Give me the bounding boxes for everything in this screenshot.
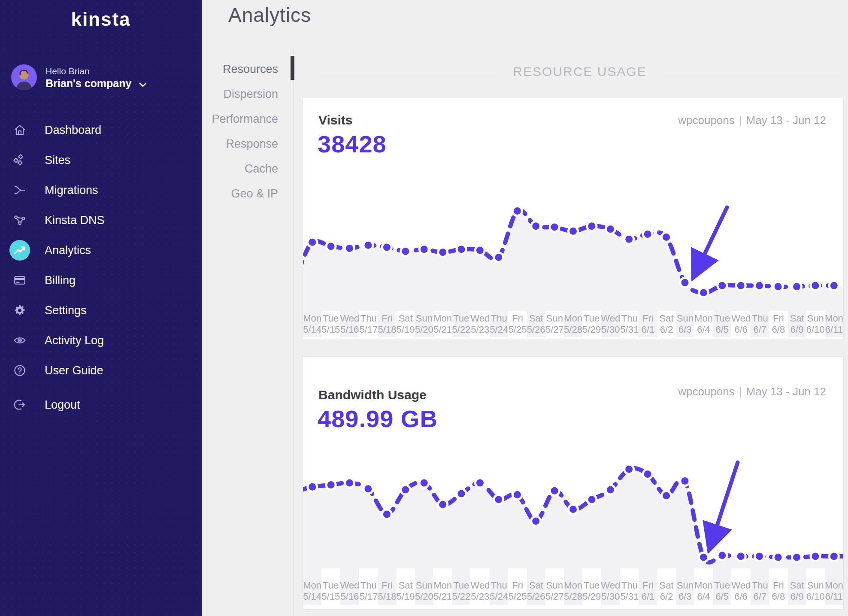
x-tick-5-18: Fri5/18 <box>378 311 396 337</box>
x-tick-6-6: Wed6/6 <box>731 311 751 337</box>
x-tick-date: 5/19 <box>397 324 415 335</box>
sidebar-item-user-guide[interactable]: User Guide <box>0 355 202 385</box>
x-tick-date: 5/20 <box>415 591 433 602</box>
x-tick-date: 6/8 <box>769 324 787 335</box>
settings-icon <box>9 300 30 321</box>
subnav-item-resources[interactable]: Resources <box>202 58 278 83</box>
x-tick-day: Mon <box>303 580 321 591</box>
x-tick-day: Fri <box>378 313 396 324</box>
section-rule-left <box>318 72 500 72</box>
x-tick-date: 5/15 <box>321 591 340 602</box>
x-tick-day: Tue <box>582 313 601 324</box>
x-tick-5-20: Sun5/20 <box>415 568 433 605</box>
sidebar-item-billing[interactable]: Billing <box>0 265 202 295</box>
x-tick-6-9: Sat6/9 <box>788 311 806 337</box>
x-tick-date: 6/10 <box>806 324 825 335</box>
x-tick-day: Sat <box>527 313 545 324</box>
x-tick-day: Sat <box>788 580 806 591</box>
sidebar-item-label: Activity Log <box>45 334 104 347</box>
x-tick-6-10: Sun6/10 <box>806 311 825 337</box>
user-greeting: Hello Brian <box>45 66 90 76</box>
x-tick-5-26: Sat5/26 <box>527 311 545 337</box>
visits-total-value: 38428 <box>318 130 387 158</box>
x-tick-5-16: Wed5/16 <box>340 311 359 337</box>
x-tick-day: Thu <box>620 313 639 324</box>
analytics-icon <box>9 240 30 261</box>
x-tick-date: 6/6 <box>731 591 751 602</box>
company-selector[interactable]: Brian's company <box>45 77 131 90</box>
x-tick-date: 6/7 <box>751 591 769 602</box>
subnav-item-geo-ip[interactable]: Geo & IP <box>202 183 278 208</box>
x-tick-5-30: Wed5/30 <box>601 568 620 605</box>
x-tick-5-31: Thu5/31 <box>620 568 639 605</box>
sidebar-item-kinsta-dns[interactable]: Kinsta DNS <box>0 205 202 235</box>
subnav-item-dispersion[interactable]: Dispersion <box>202 83 278 108</box>
x-tick-day: Thu <box>490 580 508 591</box>
x-tick-date: 6/4 <box>694 591 713 602</box>
sidebar-item-migrations[interactable]: Migrations <box>0 175 202 205</box>
sidebar-item-settings[interactable]: Settings <box>0 295 202 325</box>
x-tick-day: Sun <box>545 580 564 591</box>
x-tick-date: 6/3 <box>676 591 694 602</box>
x-tick-day: Thu <box>490 313 508 324</box>
sidebar-item-activity-log[interactable]: Activity Log <box>0 325 202 355</box>
x-tick-6-7: Thu6/7 <box>751 568 769 605</box>
bandwidth-card-meta: wpcoupons|May 13 - Jun 12 <box>678 385 826 398</box>
chevron-down-icon[interactable] <box>137 79 148 90</box>
section-rule-right <box>660 72 841 72</box>
visits-card-title: Visits <box>318 113 353 127</box>
x-tick-day: Wed <box>470 580 490 591</box>
x-tick-date: 5/16 <box>340 324 359 335</box>
visits-x-axis: Mon5/14Tue5/15Wed5/16Thu5/17Fri5/18Sat5/… <box>303 311 843 337</box>
subnav-item-cache[interactable]: Cache <box>202 158 278 183</box>
sidebar-item-label: Logout <box>45 398 80 412</box>
subnav-item-response[interactable]: Response <box>202 133 278 158</box>
x-tick-day: Tue <box>713 313 731 324</box>
x-tick-day: Wed <box>340 313 359 324</box>
x-tick-day: Fri <box>639 580 657 591</box>
x-tick-date: 6/10 <box>806 591 825 602</box>
visits-card-meta: wpcoupons|May 13 - Jun 12 <box>678 114 826 127</box>
x-tick-day: Sun <box>545 313 564 324</box>
x-tick-6-4: Mon6/4 <box>694 568 713 605</box>
x-tick-date: 5/24 <box>490 324 508 335</box>
x-tick-date: 5/28 <box>564 324 582 335</box>
x-tick-day: Wed <box>731 313 751 324</box>
subnav-item-performance[interactable]: Performance <box>202 108 278 133</box>
x-tick-date: 5/30 <box>601 591 620 602</box>
x-tick-5-14: Mon5/14 <box>303 311 321 337</box>
x-tick-date: 5/27 <box>545 591 564 602</box>
sites-icon <box>9 150 30 170</box>
x-tick-day: Fri <box>508 580 527 591</box>
x-tick-day: Fri <box>378 580 396 591</box>
x-tick-date: 5/26 <box>527 324 545 335</box>
x-tick-date: 5/23 <box>470 324 490 335</box>
x-tick-date: 5/29 <box>582 591 601 602</box>
sidebar-item-dashboard[interactable]: Dashboard <box>0 115 202 145</box>
x-tick-day: Mon <box>433 313 452 324</box>
sidebar-item-label: Sites <box>45 154 70 167</box>
x-tick-day: Wed <box>601 313 620 324</box>
x-tick-day: Mon <box>825 313 843 324</box>
x-tick-date: 6/9 <box>788 324 806 335</box>
x-tick-date: 5/24 <box>490 591 508 602</box>
sidebar: kinsta Hello Brian Brian's company D <box>0 0 202 616</box>
sidebar-item-sites[interactable]: Sites <box>0 145 202 175</box>
x-tick-date: 6/11 <box>825 591 843 602</box>
x-tick-day: Fri <box>639 313 657 324</box>
sidebar-item-label: Billing <box>45 274 76 287</box>
x-tick-5-22: Tue5/22 <box>452 568 470 605</box>
sidebar-item-analytics[interactable]: Analytics <box>0 235 202 265</box>
x-tick-5-21: Mon5/21 <box>433 311 452 337</box>
sidebar-item-label: Migrations <box>45 184 98 197</box>
x-tick-5-18: Fri5/18 <box>378 568 396 605</box>
x-tick-date: 6/1 <box>639 324 657 335</box>
x-tick-date: 5/18 <box>378 324 396 335</box>
sidebar-item-label: Dashboard <box>45 124 101 137</box>
subnav-divider <box>293 49 294 616</box>
x-tick-date: 6/6 <box>731 324 751 335</box>
billing-icon <box>9 270 30 291</box>
x-tick-day: Thu <box>359 580 378 591</box>
x-tick-day: Fri <box>769 580 787 591</box>
sidebar-item-logout[interactable]: Logout <box>0 390 202 420</box>
